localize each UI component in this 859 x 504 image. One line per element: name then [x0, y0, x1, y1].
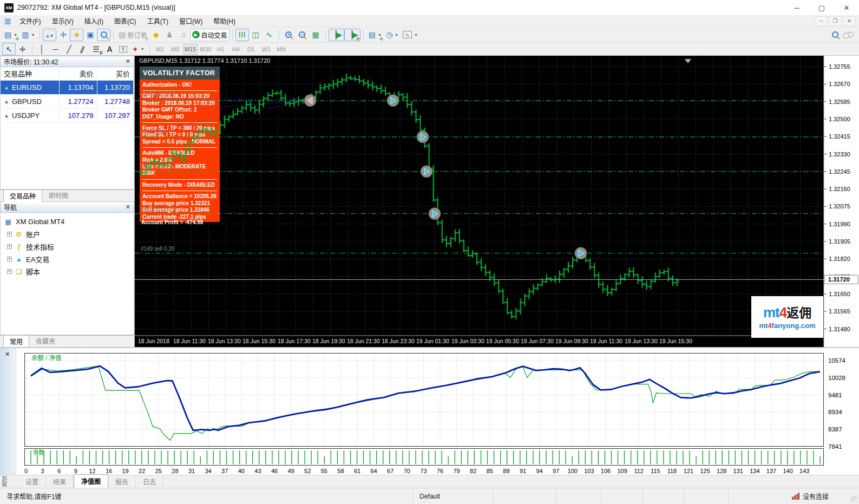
autotrading-button[interactable]: ▶自动交易: [190, 29, 229, 41]
navigator-toggle-button[interactable]: ★: [70, 29, 83, 41]
expand-icon[interactable]: +: [7, 257, 12, 261]
expand-icon[interactable]: +: [7, 232, 12, 237]
tab-symbols[interactable]: 交易品种: [3, 189, 42, 202]
minimize-button[interactable]: ─: [784, 0, 809, 15]
child-restore-button[interactable]: ❐: [829, 16, 842, 26]
timeframe-h4[interactable]: H4: [229, 44, 243, 55]
search-icon[interactable]: [832, 31, 838, 38]
child-close-button[interactable]: ✕: [843, 16, 856, 26]
svg-text:19 Jun 03:30: 19 Jun 03:30: [451, 338, 484, 344]
table-row-gbpusd[interactable]: ▲GBPUSD 1.27724 1.27748: [1, 94, 134, 108]
tab-report[interactable]: 报告: [108, 475, 136, 488]
timeframe-m1[interactable]: M1: [153, 44, 167, 55]
column-bid[interactable]: 卖价: [59, 67, 97, 80]
zoom-out-button[interactable]: −: [296, 29, 309, 41]
candlestick-icon: ◫: [252, 30, 259, 39]
tester-close-icon[interactable]: ✕: [5, 351, 10, 358]
horizontal-line-button[interactable]: ─: [49, 43, 62, 55]
svg-text:118: 118: [667, 468, 677, 474]
status-profile[interactable]: Default: [413, 488, 493, 504]
step-forward-button[interactable]: ▕▶: [329, 29, 345, 41]
svg-text:109: 109: [617, 468, 627, 474]
new-chart-button[interactable]: ▤＋▼: [2, 29, 19, 41]
column-symbol[interactable]: 交易品种: [1, 67, 59, 80]
timeframe-m15[interactable]: M15: [183, 44, 198, 55]
tab-graph[interactable]: 净值图: [74, 474, 108, 488]
profiles-button[interactable]: ▥▼: [19, 29, 37, 41]
data-window-button[interactable]: ✛: [56, 29, 70, 41]
arrows-icon: ✦: [132, 45, 139, 54]
resize-grip[interactable]: [851, 496, 858, 503]
connection-status[interactable]: 没有连接: [792, 492, 859, 501]
tree-item-expert-advisors[interactable]: + ▲ EA交易: [2, 253, 133, 265]
tab-settings[interactable]: 设置: [18, 475, 46, 488]
periods-button[interactable]: ◷▼: [384, 29, 401, 41]
price-chart-area[interactable]: 1.327551.326701.325851.325001.324151.323…: [135, 56, 859, 347]
tab-common[interactable]: 常用: [3, 335, 29, 348]
timeframe-m30[interactable]: M30: [199, 44, 213, 55]
table-row-eurusd[interactable]: ▲EURUSD 1.13704 1.13720: [1, 80, 134, 94]
terminal-button[interactable]: ▣: [83, 29, 97, 41]
menu-insert[interactable]: 插入(I): [79, 15, 109, 27]
strategy-tester-button[interactable]: [97, 29, 110, 41]
svg-text:22: 22: [139, 468, 145, 474]
timeframe-mn[interactable]: MN: [274, 44, 288, 55]
zoom-in-button[interactable]: +: [282, 29, 296, 41]
channel-button[interactable]: ∥: [76, 43, 89, 55]
menu-charts[interactable]: 图表(C): [109, 15, 142, 27]
tester-side-label[interactable]: 测试: [1, 476, 9, 487]
chart-window-icon: ▥: [4, 17, 11, 25]
timeframe-d1[interactable]: D1: [244, 44, 258, 55]
bar-chart-button[interactable]: ☰: [235, 29, 249, 41]
timeframe-m5[interactable]: M5: [168, 44, 182, 55]
step-to-end-button[interactable]: ▕▶＋: [344, 29, 360, 41]
indicators-button[interactable]: ∿▼: [401, 29, 420, 41]
metaeditor-button[interactable]: ◆: [149, 29, 163, 41]
crosshair-tool-button[interactable]: ✛: [16, 43, 29, 55]
column-ask[interactable]: 买价: [97, 67, 134, 80]
svg-text:19 Jun 13:30: 19 Jun 13:30: [625, 338, 658, 344]
tree-item-accounts[interactable]: + ❂ 账户: [2, 228, 133, 240]
vertical-line-button[interactable]: │: [35, 43, 49, 55]
tree-root-account[interactable]: ▦ XM Global MT4: [2, 215, 133, 228]
expand-icon[interactable]: +: [7, 269, 12, 274]
tab-favorites[interactable]: 收藏夹: [29, 335, 62, 347]
cursor-tool-button[interactable]: ↖: [2, 43, 16, 55]
timeframe-h1[interactable]: H1: [214, 44, 228, 55]
new-order-button[interactable]: ▤＋新订单: [116, 29, 149, 41]
expand-icon[interactable]: +: [7, 244, 12, 249]
line-chart-button[interactable]: ∿: [263, 29, 276, 41]
maximize-button[interactable]: ▢: [809, 0, 834, 15]
news-button[interactable]: ♫: [176, 29, 190, 41]
menu-view[interactable]: 显示(V): [47, 15, 79, 27]
tab-journal[interactable]: 日志: [136, 475, 163, 488]
market-watch-toggle-button[interactable]: ▲▼: [43, 29, 56, 41]
templates-button[interactable]: ▤＋▼: [366, 29, 384, 41]
table-row-usdjpy[interactable]: ▲USDJPY 107.279 107.297: [1, 108, 134, 122]
fibonacci-button[interactable]: ☰F: [89, 43, 103, 55]
close-button[interactable]: ✕: [834, 0, 859, 15]
experts-button[interactable]: ♟: [163, 29, 176, 41]
menu-help[interactable]: 帮助(H): [208, 15, 241, 27]
tab-results[interactable]: 结果: [46, 475, 74, 488]
text-label-button[interactable]: T: [116, 43, 130, 55]
trendline-button[interactable]: ╱: [62, 43, 76, 55]
menu-file[interactable]: 文件(F): [14, 15, 46, 27]
indicators-icon: ∿: [403, 31, 412, 38]
menu-window[interactable]: 窗口(W): [174, 15, 208, 27]
tree-item-indicators[interactable]: + ƒ 技术指标: [2, 240, 133, 253]
child-minimize-button[interactable]: ─: [815, 16, 828, 26]
market-watch-close-icon[interactable]: ✕: [126, 58, 130, 65]
tab-tick-chart[interactable]: 即时图: [42, 189, 75, 201]
menu-tools[interactable]: 工具(T): [142, 15, 174, 27]
chat-bubbles-icon[interactable]: [846, 32, 854, 37]
text-tool-button[interactable]: A: [103, 43, 116, 55]
navigator-close-icon[interactable]: ✕: [126, 204, 130, 211]
candlestick-chart-button[interactable]: ◫: [249, 29, 263, 41]
timeframe-w1[interactable]: W1: [259, 44, 273, 55]
arrows-tool-button[interactable]: ✦▼: [130, 43, 147, 55]
tree-item-scripts[interactable]: + ❏ 脚本: [2, 265, 133, 278]
tile-windows-button[interactable]: ▦: [309, 29, 323, 41]
svg-text:31: 31: [188, 468, 195, 474]
chevron-down-icon: ▼: [395, 33, 398, 37]
